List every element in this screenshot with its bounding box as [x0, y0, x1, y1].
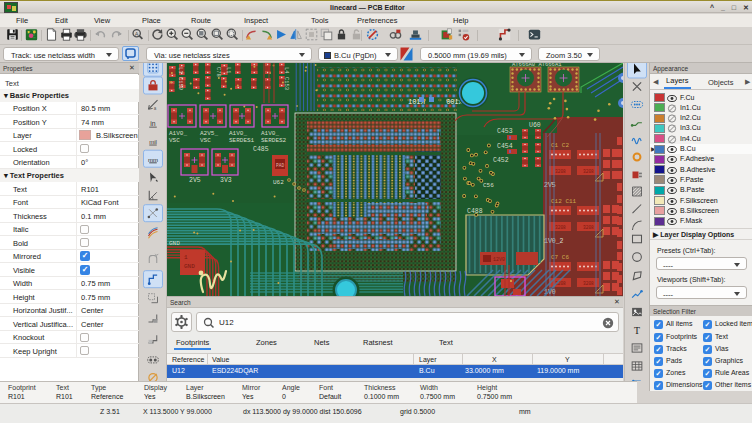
svg-text:C488: C488: [467, 208, 483, 215]
svg-text:3V3: 3V3: [220, 177, 232, 184]
svg-text:A1V0_: A1V0_: [229, 130, 247, 137]
svg-text:3208: 3208: [583, 281, 594, 286]
svg-text:A1V0_: A1V0_: [261, 130, 279, 137]
svg-text:mil: mil: [149, 139, 157, 145]
svg-text:3208: 3208: [555, 225, 566, 230]
svg-text:PAD: PAD: [276, 163, 284, 168]
svg-text:VSC: VSC: [200, 137, 211, 144]
svg-text:C454: C454: [497, 143, 513, 150]
svg-text:1: 1: [184, 254, 188, 261]
svg-text:C78: C78: [215, 67, 222, 77]
svg-text:3208: 3208: [583, 225, 594, 230]
svg-text:T: T: [634, 325, 640, 336]
svg-text:U60: U60: [529, 122, 541, 129]
svg-text:3208: 3208: [583, 169, 594, 174]
svg-text:L1: L1: [225, 67, 232, 74]
svg-text:3208: 3208: [555, 169, 566, 174]
svg-text:A: A: [135, 31, 139, 37]
svg-text:A2V5_: A2V5_: [200, 130, 218, 137]
svg-text:SERDES2: SERDES2: [261, 137, 287, 144]
svg-text:a: a: [154, 106, 157, 111]
svg-text:12V0: 12V0: [493, 257, 505, 263]
svg-text:C12 C11: C12 C11: [551, 198, 577, 205]
svg-text:AT666A0 AT666A1: AT666A0 AT666A1: [512, 63, 562, 68]
svg-text:L3 C159: L3 C159: [177, 67, 184, 90]
svg-text:C452: C452: [493, 157, 509, 164]
svg-text:L4 C153: L4 C153: [283, 67, 290, 90]
svg-text:2V5: 2V5: [189, 177, 201, 184]
svg-text:A1V0_: A1V0_: [169, 130, 187, 137]
svg-text:C485: C485: [253, 146, 269, 153]
svg-text:in: in: [150, 120, 155, 127]
svg-text:C56: C56: [483, 182, 494, 189]
svg-text:GND: GND: [169, 240, 180, 247]
svg-text:U62: U62: [273, 179, 284, 186]
svg-text:C453: C453: [497, 128, 513, 135]
svg-text:SERDES1: SERDES1: [229, 137, 255, 144]
svg-text:VSC: VSC: [169, 137, 180, 144]
svg-text:GND: GND: [184, 263, 195, 270]
svg-text:mm: mm: [148, 157, 158, 163]
